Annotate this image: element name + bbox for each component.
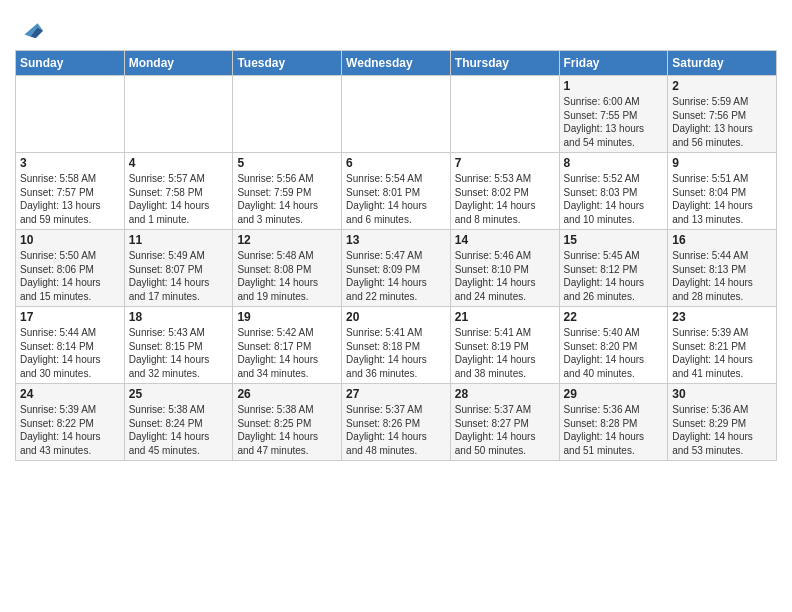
day-number: 30 [672, 387, 772, 401]
calendar-cell [450, 76, 559, 153]
calendar-week-row: 10Sunrise: 5:50 AMSunset: 8:06 PMDayligh… [16, 230, 777, 307]
calendar-cell [342, 76, 451, 153]
calendar-header-row: SundayMondayTuesdayWednesdayThursdayFrid… [16, 51, 777, 76]
calendar-cell: 19Sunrise: 5:42 AMSunset: 8:17 PMDayligh… [233, 307, 342, 384]
day-number: 24 [20, 387, 120, 401]
day-number: 14 [455, 233, 555, 247]
day-info: Sunrise: 5:52 AMSunset: 8:03 PMDaylight:… [564, 172, 664, 226]
day-info: Sunrise: 5:41 AMSunset: 8:18 PMDaylight:… [346, 326, 446, 380]
calendar-cell: 20Sunrise: 5:41 AMSunset: 8:18 PMDayligh… [342, 307, 451, 384]
calendar-cell: 7Sunrise: 5:53 AMSunset: 8:02 PMDaylight… [450, 153, 559, 230]
weekday-header: Saturday [668, 51, 777, 76]
day-info: Sunrise: 5:56 AMSunset: 7:59 PMDaylight:… [237, 172, 337, 226]
logo [15, 14, 45, 42]
calendar-cell: 3Sunrise: 5:58 AMSunset: 7:57 PMDaylight… [16, 153, 125, 230]
calendar-cell: 26Sunrise: 5:38 AMSunset: 8:25 PMDayligh… [233, 384, 342, 461]
day-info: Sunrise: 6:00 AMSunset: 7:55 PMDaylight:… [564, 95, 664, 149]
calendar-cell: 29Sunrise: 5:36 AMSunset: 8:28 PMDayligh… [559, 384, 668, 461]
day-number: 7 [455, 156, 555, 170]
day-info: Sunrise: 5:45 AMSunset: 8:12 PMDaylight:… [564, 249, 664, 303]
weekday-header: Thursday [450, 51, 559, 76]
day-info: Sunrise: 5:57 AMSunset: 7:58 PMDaylight:… [129, 172, 229, 226]
calendar-cell: 11Sunrise: 5:49 AMSunset: 8:07 PMDayligh… [124, 230, 233, 307]
day-number: 12 [237, 233, 337, 247]
day-number: 10 [20, 233, 120, 247]
day-info: Sunrise: 5:40 AMSunset: 8:20 PMDaylight:… [564, 326, 664, 380]
day-number: 13 [346, 233, 446, 247]
day-info: Sunrise: 5:41 AMSunset: 8:19 PMDaylight:… [455, 326, 555, 380]
day-number: 5 [237, 156, 337, 170]
day-info: Sunrise: 5:47 AMSunset: 8:09 PMDaylight:… [346, 249, 446, 303]
day-info: Sunrise: 5:37 AMSunset: 8:27 PMDaylight:… [455, 403, 555, 457]
day-info: Sunrise: 5:58 AMSunset: 7:57 PMDaylight:… [20, 172, 120, 226]
day-number: 27 [346, 387, 446, 401]
calendar-week-row: 1Sunrise: 6:00 AMSunset: 7:55 PMDaylight… [16, 76, 777, 153]
day-info: Sunrise: 5:38 AMSunset: 8:24 PMDaylight:… [129, 403, 229, 457]
calendar-cell: 27Sunrise: 5:37 AMSunset: 8:26 PMDayligh… [342, 384, 451, 461]
calendar-cell [233, 76, 342, 153]
day-info: Sunrise: 5:38 AMSunset: 8:25 PMDaylight:… [237, 403, 337, 457]
day-info: Sunrise: 5:51 AMSunset: 8:04 PMDaylight:… [672, 172, 772, 226]
calendar-cell: 5Sunrise: 5:56 AMSunset: 7:59 PMDaylight… [233, 153, 342, 230]
calendar-cell [124, 76, 233, 153]
calendar-cell: 15Sunrise: 5:45 AMSunset: 8:12 PMDayligh… [559, 230, 668, 307]
day-info: Sunrise: 5:49 AMSunset: 8:07 PMDaylight:… [129, 249, 229, 303]
calendar-week-row: 17Sunrise: 5:44 AMSunset: 8:14 PMDayligh… [16, 307, 777, 384]
calendar-cell: 10Sunrise: 5:50 AMSunset: 8:06 PMDayligh… [16, 230, 125, 307]
day-number: 2 [672, 79, 772, 93]
day-number: 6 [346, 156, 446, 170]
day-number: 29 [564, 387, 664, 401]
day-number: 25 [129, 387, 229, 401]
day-number: 22 [564, 310, 664, 324]
weekday-header: Tuesday [233, 51, 342, 76]
day-number: 1 [564, 79, 664, 93]
day-info: Sunrise: 5:43 AMSunset: 8:15 PMDaylight:… [129, 326, 229, 380]
day-number: 17 [20, 310, 120, 324]
day-number: 21 [455, 310, 555, 324]
weekday-header: Wednesday [342, 51, 451, 76]
page-header [15, 10, 777, 42]
logo-icon [17, 14, 45, 42]
day-number: 19 [237, 310, 337, 324]
day-info: Sunrise: 5:39 AMSunset: 8:22 PMDaylight:… [20, 403, 120, 457]
day-info: Sunrise: 5:36 AMSunset: 8:29 PMDaylight:… [672, 403, 772, 457]
calendar-cell: 8Sunrise: 5:52 AMSunset: 8:03 PMDaylight… [559, 153, 668, 230]
day-number: 4 [129, 156, 229, 170]
calendar-cell: 30Sunrise: 5:36 AMSunset: 8:29 PMDayligh… [668, 384, 777, 461]
weekday-header: Friday [559, 51, 668, 76]
day-number: 18 [129, 310, 229, 324]
day-info: Sunrise: 5:36 AMSunset: 8:28 PMDaylight:… [564, 403, 664, 457]
calendar-cell: 4Sunrise: 5:57 AMSunset: 7:58 PMDaylight… [124, 153, 233, 230]
day-number: 23 [672, 310, 772, 324]
calendar-cell [16, 76, 125, 153]
day-number: 9 [672, 156, 772, 170]
day-number: 15 [564, 233, 664, 247]
calendar-cell: 14Sunrise: 5:46 AMSunset: 8:10 PMDayligh… [450, 230, 559, 307]
day-number: 16 [672, 233, 772, 247]
day-info: Sunrise: 5:42 AMSunset: 8:17 PMDaylight:… [237, 326, 337, 380]
calendar-cell: 13Sunrise: 5:47 AMSunset: 8:09 PMDayligh… [342, 230, 451, 307]
calendar-week-row: 24Sunrise: 5:39 AMSunset: 8:22 PMDayligh… [16, 384, 777, 461]
calendar-cell: 22Sunrise: 5:40 AMSunset: 8:20 PMDayligh… [559, 307, 668, 384]
day-info: Sunrise: 5:44 AMSunset: 8:13 PMDaylight:… [672, 249, 772, 303]
day-info: Sunrise: 5:59 AMSunset: 7:56 PMDaylight:… [672, 95, 772, 149]
calendar-cell: 6Sunrise: 5:54 AMSunset: 8:01 PMDaylight… [342, 153, 451, 230]
weekday-header: Monday [124, 51, 233, 76]
day-info: Sunrise: 5:53 AMSunset: 8:02 PMDaylight:… [455, 172, 555, 226]
calendar-cell: 21Sunrise: 5:41 AMSunset: 8:19 PMDayligh… [450, 307, 559, 384]
calendar-cell: 1Sunrise: 6:00 AMSunset: 7:55 PMDaylight… [559, 76, 668, 153]
calendar-cell: 16Sunrise: 5:44 AMSunset: 8:13 PMDayligh… [668, 230, 777, 307]
calendar-cell: 17Sunrise: 5:44 AMSunset: 8:14 PMDayligh… [16, 307, 125, 384]
day-info: Sunrise: 5:37 AMSunset: 8:26 PMDaylight:… [346, 403, 446, 457]
calendar-week-row: 3Sunrise: 5:58 AMSunset: 7:57 PMDaylight… [16, 153, 777, 230]
day-info: Sunrise: 5:44 AMSunset: 8:14 PMDaylight:… [20, 326, 120, 380]
day-number: 20 [346, 310, 446, 324]
calendar-cell: 12Sunrise: 5:48 AMSunset: 8:08 PMDayligh… [233, 230, 342, 307]
day-number: 11 [129, 233, 229, 247]
day-info: Sunrise: 5:39 AMSunset: 8:21 PMDaylight:… [672, 326, 772, 380]
calendar-cell: 28Sunrise: 5:37 AMSunset: 8:27 PMDayligh… [450, 384, 559, 461]
calendar-cell: 9Sunrise: 5:51 AMSunset: 8:04 PMDaylight… [668, 153, 777, 230]
day-number: 26 [237, 387, 337, 401]
calendar-cell: 24Sunrise: 5:39 AMSunset: 8:22 PMDayligh… [16, 384, 125, 461]
calendar-cell: 2Sunrise: 5:59 AMSunset: 7:56 PMDaylight… [668, 76, 777, 153]
